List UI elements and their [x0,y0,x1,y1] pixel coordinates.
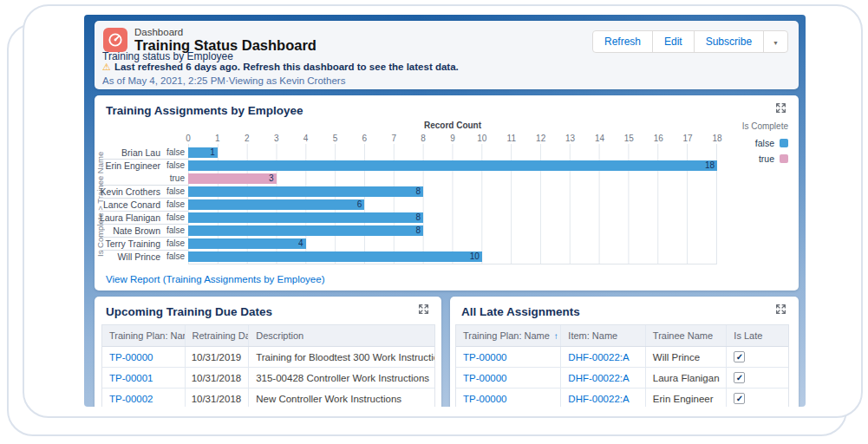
expand-icon[interactable] [775,304,786,315]
is-complete-label: false [160,186,185,196]
table-row: TP-0000210/31/2018New Controller Work In… [102,388,434,407]
bar-value-label: 3 [269,173,277,183]
column-header[interactable]: Item: Name [561,325,645,346]
bar-track: 6 [188,199,717,210]
column-header[interactable]: Training Plan: Name↑ [456,325,561,346]
table-cell: TP-00000 [456,368,561,388]
chart-bar[interactable]: 18 [188,160,717,171]
legend-label: true [759,153,774,164]
legend-entry: false [726,138,788,148]
column-header[interactable]: Training Plan: Name↑ [102,325,186,346]
table-cell: DHF-00022:A [561,368,645,388]
record-link[interactable]: DHF-00022:A [568,373,629,383]
table-cell: New Controller Work Instructions [249,388,434,407]
chart-bar[interactable]: 6 [188,199,364,210]
table-cell: Laura Flanigan [646,368,728,388]
expand-icon[interactable] [775,102,786,114]
record-link[interactable]: TP-00000 [463,394,507,404]
is-late-checkbox[interactable]: ✓ [734,372,745,383]
x-tick-label: 16 [654,134,663,143]
chart-bar[interactable]: 8 [188,212,423,223]
bar-value-label: 8 [416,212,424,222]
x-tick-label: 6 [362,134,368,143]
column-header[interactable]: Description [249,325,434,346]
x-tick-label: 1 [215,134,220,143]
view-report-link[interactable]: View Report (Training Assignments by Emp… [106,274,324,284]
x-tick-label: 15 [624,134,634,143]
table-cell: TP-00000 [456,388,561,407]
table-cell: TP-00001 [102,368,186,388]
chart-row: Laura Flaniganfalse8 [95,211,717,224]
sort-ascending-icon: ↑ [554,331,558,341]
table-cell: TP-00000 [102,347,186,367]
subscribe-button[interactable]: Subscribe [694,31,763,52]
bar-track: 10 [188,251,717,262]
table-cell: Training for Bloodtest 300 Work Instruct… [249,347,434,367]
bar-value-label: 6 [357,199,365,209]
bar-value-label: 18 [705,160,717,170]
table-header-row: Training Plan: Name↑Retraining DateDescr… [102,325,434,347]
legend-swatch [780,139,788,147]
is-late-checkbox[interactable]: ✓ [734,393,745,404]
late-assignments-table: Training Plan: Name↑Item: NameTrainee Na… [455,324,789,407]
x-tick-label: 14 [595,134,604,143]
table-row: TP-0000110/31/2018315-00428 Controller W… [102,368,434,388]
bar-track: 8 [188,225,717,236]
x-tick-label: 17 [683,134,693,143]
late-assignments-widget: All Late Assignments Training Plan: Name… [450,297,799,407]
is-complete-label: true [160,173,185,183]
late-assignments-title: All Late Assignments [461,305,580,318]
trainee-name-label: Terry Training [95,238,160,249]
is-complete-label: false [160,212,185,222]
warning-text: Last refreshed 6 days ago. Refresh this … [114,62,459,72]
chart-group: Terry Trainingfalse4 [95,237,717,250]
record-link[interactable]: TP-00000 [463,373,507,383]
chart-bar[interactable]: 4 [188,238,306,249]
chart-bar[interactable]: 8 [188,225,423,236]
chevron-down-icon: ▼ [773,40,779,46]
chart-group: Nate Brownfalse8 [95,224,717,237]
column-header[interactable]: Retraining Date [186,325,250,346]
record-link[interactable]: DHF-00022:A [568,352,629,362]
bar-track: 8 [188,186,717,197]
trainee-name-label: Will Prince [95,251,160,262]
x-tick-label: 2 [245,134,250,143]
is-late-checkbox[interactable]: ✓ [734,351,745,362]
column-header[interactable]: Is Late [727,325,788,346]
chart-rows: Brian Laufalse1Erin Engineerfalse18true3… [95,146,717,263]
chart-group: Will Princefalse10 [95,250,717,263]
record-link[interactable]: TP-00001 [109,373,153,383]
record-link[interactable]: DHF-00022:A [568,394,629,404]
expand-icon[interactable] [418,304,429,315]
chart-bar[interactable]: 1 [188,147,218,158]
column-header[interactable]: Trainee Name [646,325,728,346]
table-cell: ✓ [727,368,788,388]
record-link[interactable]: TP-00000 [463,352,507,362]
trainee-name-label: Lance Conard [95,199,160,210]
table-cell: 10/31/2018 [186,368,250,388]
x-tick-label: 8 [421,134,426,143]
trainee-name-label: Erin Engineer [95,160,160,171]
refresh-warning: ⚠Last refreshed 6 days ago. Refresh this… [102,62,459,73]
bar-value-label: 8 [416,225,424,235]
table-cell: ✓ [727,388,788,407]
chart-row: Erin Engineerfalse18 [95,159,717,172]
bar-value-label: 8 [416,186,424,196]
is-complete-label: false [160,160,185,170]
table-row: TP-00000DHF-00022:AWill Prince✓ [456,347,788,368]
chart-bar[interactable]: 3 [188,173,277,184]
record-link[interactable]: TP-00000 [109,352,153,362]
table-cell: TP-00002 [102,388,186,407]
warning-icon: ⚠ [102,62,111,72]
edit-button[interactable]: Edit [652,31,694,52]
record-link[interactable]: TP-00002 [109,394,153,404]
chart-bar[interactable]: 10 [188,251,482,262]
upcoming-training-table: Training Plan: Name↑Retraining DateDescr… [101,324,435,407]
bar-value-label: 4 [298,238,306,248]
more-actions-button[interactable]: ▼ [763,31,787,52]
table-header-row: Training Plan: Name↑Item: NameTrainee Na… [456,325,788,347]
chart-bar[interactable]: 8 [188,186,423,197]
x-tick-label: 18 [712,134,721,143]
refresh-button[interactable]: Refresh [593,31,652,52]
x-tick-label: 12 [536,134,545,143]
